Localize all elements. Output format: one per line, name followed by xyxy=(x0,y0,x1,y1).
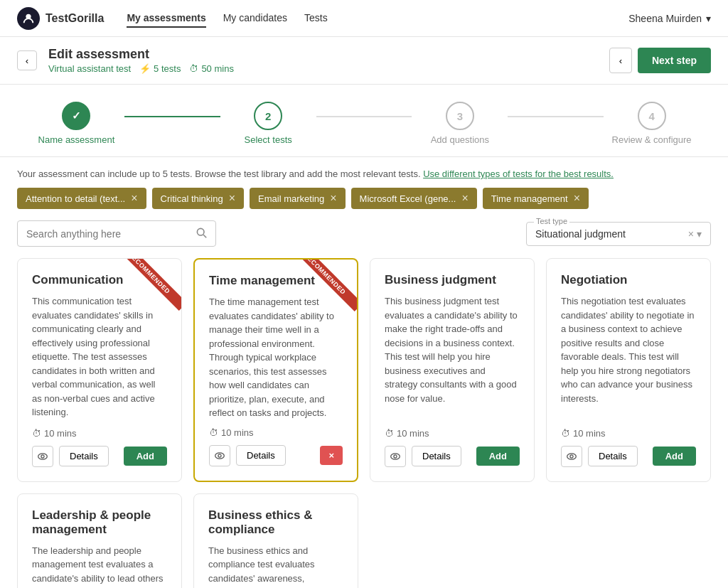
clock-icon: ⏱ xyxy=(209,427,218,438)
card-time-management: RECOMMENDED Time management The time man… xyxy=(193,258,358,482)
card-title-leadership: Leadership & people management xyxy=(32,508,167,537)
test-tag-1: Critical thinking × xyxy=(152,188,245,209)
assessment-info: Edit assessment Virtual assistant test ⚡… xyxy=(48,47,234,74)
card-desc-business-judgment: This business judgment test evaluates a … xyxy=(385,294,520,421)
assessment-title: Edit assessment xyxy=(48,47,234,62)
prev-button[interactable]: ‹ xyxy=(609,48,632,73)
remove-tag-3[interactable]: × xyxy=(461,192,468,205)
step-3: 3 Add questions xyxy=(412,102,508,145)
clear-filter-icon[interactable]: × xyxy=(688,228,694,240)
info-text: Your assessment can include up to 5 test… xyxy=(17,169,711,179)
card-leadership: Leadership & people management The leade… xyxy=(17,493,182,589)
card-time-negotiation: ⏱ 10 mins xyxy=(561,428,696,439)
cards-grid: RECOMMENDED Communication This communica… xyxy=(0,258,728,493)
card-desc-time-management: The time management test evaluates candi… xyxy=(209,295,343,420)
step-1-label: Name assessment xyxy=(38,134,115,145)
details-button-time-management[interactable]: Details xyxy=(236,445,286,466)
card-communication: RECOMMENDED Communication This communica… xyxy=(17,258,182,482)
step-2: 2 Select tests xyxy=(220,102,316,145)
step-1-circle: ✓ xyxy=(62,102,90,130)
add-button-negotiation[interactable]: Add xyxy=(653,447,696,466)
mins-count: ⏱ 50 mins xyxy=(189,63,234,74)
nav-tests[interactable]: Tests xyxy=(304,9,328,28)
test-tag-0: Attention to detail (text... × xyxy=(17,188,146,209)
search-box xyxy=(17,220,216,247)
chevron-down-icon: ▾ xyxy=(706,13,711,24)
test-tag-2: Email marketing × xyxy=(250,188,346,209)
card-business-ethics: Business ethics & compliance The busines… xyxy=(193,493,358,589)
card-title-business-judgment: Business judgment xyxy=(385,273,520,287)
clock-icon: ⏱ xyxy=(561,428,570,439)
remove-button-time-management[interactable]: × xyxy=(320,446,343,465)
nav-my-assessments[interactable]: My assessments xyxy=(127,9,205,28)
details-button-communication[interactable]: Details xyxy=(59,446,109,466)
search-icon xyxy=(196,227,207,240)
card-actions-negotiation: Details Add xyxy=(561,446,696,467)
svg-point-3 xyxy=(38,453,48,459)
details-button-negotiation[interactable]: Details xyxy=(588,446,638,466)
card-title-business-ethics: Business ethics & compliance xyxy=(208,508,343,537)
svg-point-7 xyxy=(391,453,400,459)
svg-point-8 xyxy=(394,454,397,457)
remove-tag-2[interactable]: × xyxy=(330,192,336,205)
svg-point-4 xyxy=(41,454,44,457)
card-desc-leadership: The leadership and people management tes… xyxy=(32,544,167,589)
step-1: ✓ Name assessment xyxy=(28,102,124,145)
connector-1 xyxy=(124,116,220,117)
card-actions-business-judgment: Details Add xyxy=(385,446,520,467)
test-tag-3: Microsoft Excel (gene... × xyxy=(351,188,477,209)
card-desc-negotiation: This negotiation test evaluates candidat… xyxy=(561,294,696,421)
card-time-communication: ⏱ 10 mins xyxy=(32,428,167,439)
add-button-communication[interactable]: Add xyxy=(124,447,167,466)
filter-value: Situational judgment xyxy=(535,228,682,240)
svg-point-10 xyxy=(570,454,573,457)
card-actions-time-management: Details × xyxy=(209,445,343,466)
remove-tag-0[interactable]: × xyxy=(131,192,137,205)
remove-tag-1[interactable]: × xyxy=(229,192,235,205)
svg-point-5 xyxy=(215,452,225,458)
cards-grid-partial: Leadership & people management The leade… xyxy=(0,493,728,589)
search-filter-row: Test type Situational judgment × ▾ xyxy=(0,209,728,258)
clock-icon: ⏱ xyxy=(32,428,41,439)
navbar: TestGorilla My assessments My candidates… xyxy=(0,0,728,37)
stepper: ✓ Name assessment 2 Select tests 3 Add q… xyxy=(0,85,728,157)
filter-dropdown[interactable]: Test type Situational judgment × ▾ xyxy=(526,222,711,246)
preview-communication[interactable] xyxy=(32,446,53,467)
next-step-button[interactable]: Next step xyxy=(638,48,711,73)
card-business-judgment: Business judgment This business judgment… xyxy=(370,258,535,482)
svg-line-2 xyxy=(203,235,206,237)
add-button-business-judgment[interactable]: Add xyxy=(476,447,520,466)
navbar-nav: My assessments My candidates Tests xyxy=(127,9,628,28)
remove-tag-4[interactable]: × xyxy=(574,192,580,205)
user-menu[interactable]: Sheena Muirden ▾ xyxy=(628,13,711,24)
filter-actions: × ▾ xyxy=(688,228,702,240)
back-button[interactable]: ‹ xyxy=(17,50,37,70)
assessment-meta: Virtual assistant test ⚡ 5 tests ⏱ 50 mi… xyxy=(48,63,234,74)
logo-text: TestGorilla xyxy=(46,12,104,25)
svg-point-1 xyxy=(197,228,204,235)
card-actions-communication: Details Add xyxy=(32,446,167,467)
nav-my-candidates[interactable]: My candidates xyxy=(223,9,287,28)
step-4-label: Review & configure xyxy=(612,134,692,145)
card-negotiation: Negotiation This negotiation test evalua… xyxy=(546,258,711,482)
step-2-label: Select tests xyxy=(245,134,292,145)
card-desc-communication: This communication test evaluates candid… xyxy=(32,294,167,421)
info-link[interactable]: Use different types of tests for the bes… xyxy=(423,169,614,179)
step-4-circle: 4 xyxy=(638,102,666,130)
step-2-circle: 2 xyxy=(254,102,282,130)
card-time-time-management: ⏱ 10 mins xyxy=(209,427,343,438)
assessment-subtitle: Virtual assistant test xyxy=(48,63,131,74)
search-input[interactable] xyxy=(26,228,190,240)
user-name: Sheena Muirden xyxy=(628,13,702,24)
dropdown-arrow-icon: ▾ xyxy=(697,228,702,240)
sub-header: ‹ Edit assessment Virtual assistant test… xyxy=(0,37,728,85)
test-tags: Attention to detail (text... × Critical … xyxy=(17,188,711,209)
test-tag-4: Time management × xyxy=(483,188,589,209)
preview-time-management[interactable] xyxy=(209,445,230,466)
sub-header-actions: ‹ Next step xyxy=(609,48,711,73)
preview-negotiation[interactable] xyxy=(561,446,582,467)
details-button-business-judgment[interactable]: Details xyxy=(412,446,461,466)
svg-point-9 xyxy=(567,453,577,459)
preview-business-judgment[interactable] xyxy=(385,446,406,467)
step-3-circle: 3 xyxy=(446,102,474,130)
